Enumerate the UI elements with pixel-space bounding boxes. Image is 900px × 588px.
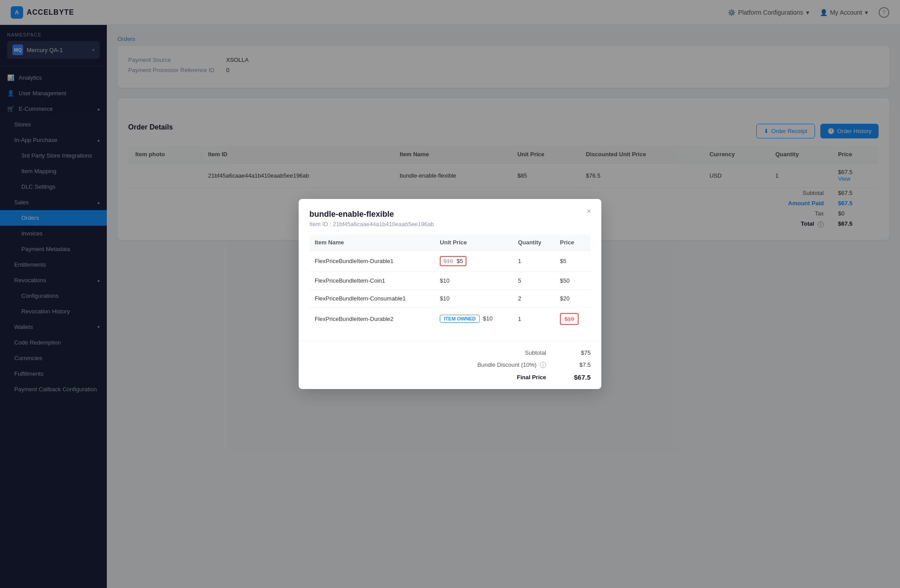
discounted-price: $5 [457,258,463,264]
final-price-label: Final Price [466,374,546,381]
cell-item-name: FlexPriceBundleItem-Consumable1 [309,289,434,307]
original-price: $10 [443,258,453,264]
modal-subtitle: Item ID : 21bf45a6caae44a1b410eaab5ee196… [309,221,591,227]
modal-table-header: Item Name Unit Price Quantity Price [309,235,591,251]
final-price-value: $67.5 [564,373,591,381]
cell-quantity: 2 [513,289,555,307]
cell-price: $5 [555,250,591,272]
cell-quantity: 5 [513,272,555,289]
price-red-bordered: $10 [560,313,579,325]
modal-footer: Subtotal $75 Bundle Discount (10%) i $7.… [299,341,601,389]
subtotal-label: Subtotal [466,349,546,356]
discount-label: Bundle Discount (10%) i [466,361,546,369]
table-row: FlexPriceBundleItem-Durable2 ITEM OWNED … [309,307,591,330]
modal-close-button[interactable]: × [584,206,594,217]
modal-header: bundle-enable-flexible Item ID : 21bf45a… [299,199,601,235]
col-quantity: Quantity [513,235,555,251]
price-highlight-cell: $10 $5 [440,256,466,266]
cell-quantity: 1 [513,307,555,330]
cell-item-owned: ITEM OWNED $10 [434,307,512,330]
subtotal-value: $75 [564,349,591,356]
modal-body: Item Name Unit Price Quantity Price Flex… [299,235,601,341]
cell-unit-price: $10 [434,272,512,289]
cell-unit-price: $10 $5 [434,250,512,272]
cell-unit-price: $10 [434,289,512,307]
modal-title: bundle-enable-flexible [309,210,591,219]
final-price-summary-row: Final Price $67.5 [309,371,591,384]
col-item-name: Item Name [309,235,434,251]
modal-overlay[interactable]: bundle-enable-flexible Item ID : 21bf45a… [0,0,900,588]
table-row: FlexPriceBundleItem-Coin1 $10 5 $50 [309,272,591,289]
item-owned-badge: ITEM OWNED [440,315,480,323]
bundle-items-table: Item Name Unit Price Quantity Price Flex… [309,235,591,330]
cell-price: $20 [555,289,591,307]
bundle-modal: bundle-enable-flexible Item ID : 21bf45a… [299,199,601,389]
table-row: FlexPriceBundleItem-Consumable1 $10 2 $2… [309,289,591,307]
cell-quantity: 1 [513,250,555,272]
subtotal-summary-row: Subtotal $75 [309,347,591,359]
discount-summary-row: Bundle Discount (10%) i $7.5 [309,359,591,371]
info-icon: i [540,362,546,368]
cell-price: $50 [555,272,591,289]
discount-value: $7.5 [564,361,591,368]
table-row: FlexPriceBundleItem-Durable1 $10 $5 1 $5 [309,250,591,272]
col-unit-price: Unit Price [434,235,512,251]
cell-item-name: FlexPriceBundleItem-Coin1 [309,272,434,289]
cell-item-name: FlexPriceBundleItem-Durable1 [309,250,434,272]
col-price: Price [555,235,591,251]
close-icon: × [587,207,591,215]
cell-price: $10 [555,307,591,330]
cell-item-name: FlexPriceBundleItem-Durable2 [309,307,434,330]
